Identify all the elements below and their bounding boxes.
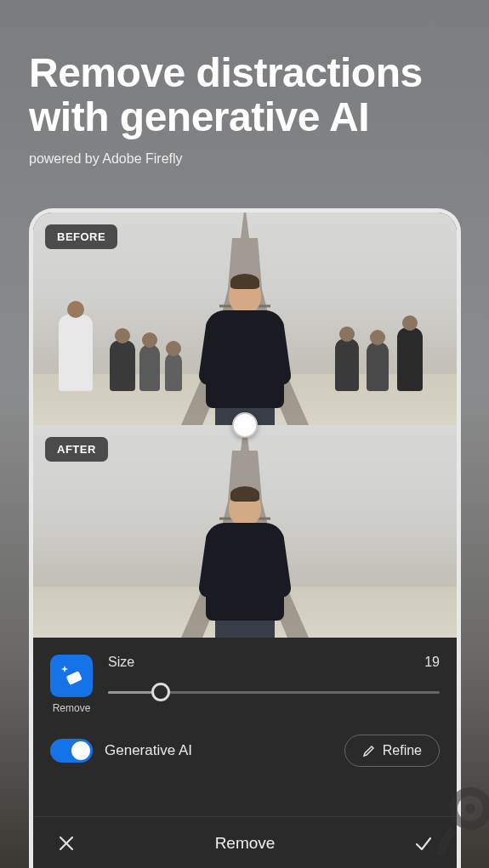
pencil-icon xyxy=(362,744,376,757)
main-subject xyxy=(202,489,287,638)
panel-title: Remove xyxy=(215,834,276,853)
remove-tool-label: Remove xyxy=(53,702,91,714)
comparison-slider-handle[interactable] xyxy=(232,412,258,438)
phone-frame: BEFORE AFTER xyxy=(29,208,461,868)
watermark-logo xyxy=(428,783,489,859)
hero-section: Remove distractions with generative AI p… xyxy=(0,0,489,167)
bottom-action-bar: Remove xyxy=(33,816,457,868)
refine-label: Refine xyxy=(383,743,422,758)
hero-subtitle: powered by Adobe Firefly xyxy=(29,151,460,167)
size-slider[interactable] xyxy=(108,682,440,702)
main-subject xyxy=(202,276,287,425)
generative-ai-toggle[interactable] xyxy=(50,739,93,763)
size-value: 19 xyxy=(424,655,440,670)
before-badge: BEFORE xyxy=(45,224,117,249)
remove-tool-button[interactable] xyxy=(50,655,93,697)
svg-point-6 xyxy=(465,803,475,814)
before-image: BEFORE xyxy=(33,213,457,425)
size-slider-knob[interactable] xyxy=(151,683,170,701)
close-icon[interactable] xyxy=(57,834,76,853)
editor-controls: Remove Size 19 Generative AI xyxy=(33,638,457,868)
eraser-sparkle-icon xyxy=(59,663,84,689)
hero-title: Remove distractions with generative AI xyxy=(29,51,460,139)
before-after-comparison[interactable]: BEFORE AFTER xyxy=(33,213,457,638)
after-badge: AFTER xyxy=(45,437,108,462)
svg-rect-4 xyxy=(66,671,82,685)
after-image: AFTER xyxy=(33,425,457,638)
size-label: Size xyxy=(108,655,134,670)
generative-ai-label: Generative AI xyxy=(105,742,333,759)
refine-button[interactable]: Refine xyxy=(344,735,440,767)
